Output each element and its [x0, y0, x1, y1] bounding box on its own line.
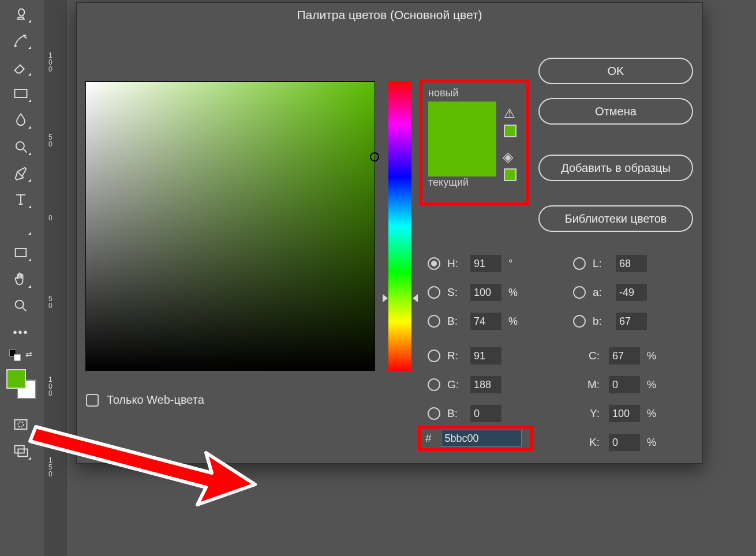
magenta-unit: %: [647, 379, 656, 391]
hue-row: H: °: [428, 255, 512, 272]
brightness-radio[interactable]: [428, 315, 440, 328]
brightness-row: B: %: [428, 313, 518, 330]
web-safe-swatch[interactable]: [504, 168, 517, 181]
black-label: K:: [580, 436, 600, 449]
svg-rect-4: [15, 420, 27, 429]
green-radio[interactable]: [428, 378, 440, 391]
svg-rect-0: [15, 89, 27, 97]
color-swatches: [6, 369, 35, 398]
a-row: a:: [573, 284, 652, 301]
ok-button[interactable]: OK: [538, 58, 693, 84]
saturation-label: S:: [447, 286, 466, 299]
L-label: L:: [593, 257, 611, 270]
hand-tool[interactable]: [8, 269, 33, 290]
saturation-unit: %: [508, 287, 518, 299]
dodge-tool[interactable]: [8, 136, 33, 157]
blue-input[interactable]: [470, 405, 501, 422]
magenta-label: M:: [580, 378, 600, 391]
red-row: R:: [428, 347, 506, 365]
hex-label: #: [425, 432, 432, 445]
yellow-label: Y:: [580, 407, 600, 420]
black-row: K: %: [580, 434, 656, 451]
svg-point-1: [16, 142, 24, 150]
hex-input[interactable]: [441, 430, 522, 447]
type-tool[interactable]: [8, 189, 33, 210]
b-label: b:: [593, 315, 611, 328]
cyan-input[interactable]: [609, 347, 640, 365]
hue-label: H:: [447, 257, 466, 270]
green-input[interactable]: [470, 376, 501, 393]
blur-tool[interactable]: [8, 110, 33, 130]
hue-slider-handle-left[interactable]: [383, 294, 388, 302]
svg-point-5: [18, 422, 23, 427]
quick-mask-button[interactable]: [8, 414, 33, 435]
magenta-input[interactable]: [609, 376, 640, 393]
black-input[interactable]: [609, 434, 640, 451]
add-to-swatches-button[interactable]: Добавить в образцы: [538, 155, 693, 181]
red-label: R:: [447, 350, 466, 362]
foreground-color-swatch[interactable]: [6, 369, 26, 389]
hue-input[interactable]: [470, 255, 501, 272]
red-radio[interactable]: [428, 350, 440, 362]
blue-radio[interactable]: [428, 407, 440, 420]
svg-point-3: [16, 300, 24, 309]
swap-colors-icon[interactable]: ⇄: [25, 350, 32, 359]
a-label: a:: [593, 286, 611, 299]
pen-tool[interactable]: [8, 163, 33, 183]
eraser-tool[interactable]: [8, 57, 33, 77]
path-selection-tool[interactable]: [8, 216, 33, 236]
edit-toolbar-button[interactable]: •••: [8, 322, 33, 343]
b-radio[interactable]: [573, 315, 586, 328]
blue-label: B:: [447, 407, 466, 420]
history-brush-tool[interactable]: [8, 30, 33, 51]
default-colors-button[interactable]: ⇄: [8, 348, 33, 361]
hue-radio[interactable]: [428, 257, 440, 270]
b-input[interactable]: [616, 313, 647, 330]
cancel-button[interactable]: Отмена: [538, 98, 693, 125]
color-picker-dialog: Палитра цветов (Основной цвет) новый тек…: [76, 2, 703, 464]
brightness-unit: %: [508, 315, 518, 328]
new-color-swatch: [428, 102, 496, 176]
L-input[interactable]: [616, 255, 647, 272]
color-field-cursor[interactable]: [370, 152, 379, 161]
b-row: b:: [573, 313, 652, 330]
hue-slider-handle-right[interactable]: [413, 294, 418, 302]
saturation-radio[interactable]: [428, 286, 440, 299]
brightness-label: B:: [447, 315, 466, 328]
color-libraries-button[interactable]: Библиотеки цветов: [538, 205, 693, 232]
magenta-row: M: %: [580, 376, 656, 393]
vertical-ruler: 100 50 0 50 100 150: [44, 0, 67, 556]
zoom-tool[interactable]: [8, 295, 33, 316]
black-unit: %: [647, 437, 656, 449]
color-field[interactable]: [85, 81, 375, 371]
red-input[interactable]: [470, 347, 501, 365]
brightness-input[interactable]: [470, 313, 501, 330]
screen-mode-button[interactable]: [8, 441, 33, 461]
web-colors-only-label: Только Web-цвета: [107, 393, 204, 407]
color-preview-box: новый текущий: [420, 80, 529, 205]
saturation-input[interactable]: [470, 284, 501, 301]
web-colors-only-checkbox[interactable]: [86, 394, 99, 407]
L-row: L:: [573, 255, 652, 272]
yellow-input[interactable]: [609, 405, 640, 422]
yellow-unit: %: [647, 408, 656, 420]
stamp-tool[interactable]: [8, 3, 33, 24]
hue-unit: °: [508, 258, 512, 270]
tools-panel: ••• ⇄: [0, 0, 42, 556]
rectangle-shape-tool[interactable]: [8, 242, 33, 263]
svg-rect-2: [16, 249, 27, 257]
a-radio[interactable]: [573, 286, 586, 299]
green-label: G:: [447, 378, 466, 391]
gamut-warning-icon[interactable]: ⚠: [504, 106, 515, 121]
a-input[interactable]: [616, 284, 647, 301]
cyan-label: C:: [580, 350, 600, 362]
L-radio[interactable]: [573, 257, 586, 270]
hue-slider[interactable]: [388, 81, 411, 371]
gradient-tool[interactable]: [8, 83, 33, 104]
gamut-safe-swatch[interactable]: [504, 125, 517, 137]
saturation-row: S: %: [428, 284, 518, 301]
dialog-title: Палитра цветов (Основной цвет): [77, 3, 702, 27]
web-safe-warning-icon[interactable]: ◈: [503, 149, 513, 165]
cyan-row: C: %: [580, 347, 656, 365]
yellow-row: Y: %: [580, 405, 656, 422]
